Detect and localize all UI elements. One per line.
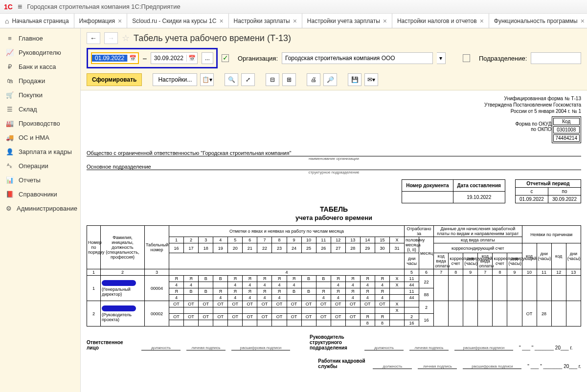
sub-input[interactable] <box>531 52 581 64</box>
content: ← → ☆ Табель учета рабочего времени (Т-1… <box>81 28 587 392</box>
sidebar-item[interactable]: ≡Главное <box>0 31 80 45</box>
tab-tax[interactable]: Настройки налогов и отчетов× <box>392 14 489 28</box>
sidebar-item[interactable]: 📕Справочники <box>0 187 80 201</box>
email-button[interactable]: ✉▾ <box>364 73 378 86</box>
sidebar-icon: 🏭 <box>6 120 14 127</box>
sidebar-icon: 🚚 <box>6 134 14 141</box>
sidebar-icon: 📊 <box>6 176 14 184</box>
tab-home[interactable]: ⌂ Начальная страница <box>0 14 74 28</box>
sidebar-item[interactable]: ☰Склад <box>0 102 80 116</box>
sidebar-icon: ☰ <box>6 106 14 113</box>
sidebar-item[interactable]: ⚙Администрирование <box>0 201 80 216</box>
sidebar-icon: ₽ <box>6 63 14 70</box>
sidebar-item[interactable]: 🚚ОС и НМА <box>0 131 80 145</box>
doc-meta-table: Номер документаДата составления 19.10.20… <box>402 179 505 203</box>
sidebar-icon: 🛍 <box>6 77 14 85</box>
org-dropdown-icon[interactable]: ▾ <box>437 52 446 64</box>
sub-label: Подразделение: <box>479 55 527 62</box>
tab-salary-acc[interactable]: Настройки учета зарплаты× <box>302 14 392 28</box>
sidebar-item[interactable]: ₽Банк и касса <box>0 60 80 74</box>
report-title: ТАБЕЛЬ <box>87 205 581 213</box>
back-button[interactable]: ← <box>87 32 100 44</box>
copy-settings-button[interactable]: 📋▾ <box>200 73 214 86</box>
period-highlight-box: 01.09.2022 📅 – 30.09.2022 📅 ... <box>87 48 218 68</box>
sidebar-item[interactable]: ᴬₖОперации <box>0 159 80 173</box>
settings-button[interactable]: Настройки... <box>153 73 197 86</box>
close-icon[interactable]: × <box>383 17 387 25</box>
subdivision-line: Основное подразделение <box>87 164 581 170</box>
home-icon: ⌂ <box>5 17 9 25</box>
sidebar-icon: 📈 <box>6 49 14 56</box>
org-input[interactable]: Городская строительная компания ООО <box>282 52 433 64</box>
logo-1c: 1C <box>4 3 13 11</box>
sidebar-item[interactable]: 📈Руководителю <box>0 45 80 60</box>
save-button[interactable]: 💾 <box>348 73 361 86</box>
sidebar-item[interactable]: 🛒Покупки <box>0 88 80 102</box>
print-button[interactable]: 🖨 <box>307 73 320 86</box>
sidebar-item[interactable]: 👤Зарплата и кадры <box>0 145 80 159</box>
org-name-line: Общество с ограниченной ответственностью… <box>87 150 581 156</box>
sidebar-item[interactable]: 📊Отчеты <box>0 173 80 187</box>
code-table: Код 0301008 74484214 <box>552 116 582 143</box>
forward-button[interactable]: → <box>104 32 118 44</box>
tabs-bar: ⌂ Начальная страница Информация× Scloud.… <box>0 14 587 28</box>
sidebar: ≡Главное📈Руководителю₽Банк и касса🛍Прода… <box>0 28 81 392</box>
sidebar-icon: 📕 <box>6 191 14 198</box>
tab-func[interactable]: Функциональность программы× <box>489 14 587 28</box>
app-title: Городская строительная компания 1С:Предп… <box>27 3 180 10</box>
report-area: Унифицированная форма № Т-13 Утверждена … <box>81 90 587 392</box>
timesheet-table: Номер по порядкуФамилия, инициалы, должн… <box>87 225 581 327</box>
close-icon[interactable]: × <box>293 17 297 25</box>
expand-all-button[interactable]: ⊞ <box>282 73 296 86</box>
find-button[interactable]: 🔍 <box>225 73 238 86</box>
preview-button[interactable]: 🔎 <box>323 73 337 86</box>
form-info: Унифицированная форма № Т-13 Утверждена … <box>87 95 581 114</box>
sidebar-icon: ≡ <box>6 35 14 42</box>
org-label: Организация: <box>238 55 278 62</box>
date-to-input[interactable]: 30.09.2022 📅 <box>151 52 198 64</box>
sidebar-icon: ᴬₖ <box>6 162 14 170</box>
period-table: Отчетный период спо 01.09.202230.09.2022 <box>515 179 581 203</box>
sub-checkbox[interactable] <box>463 54 470 62</box>
sidebar-item[interactable]: 🏭Производство <box>0 116 80 131</box>
favorite-icon[interactable]: ☆ <box>122 33 130 44</box>
close-icon[interactable]: × <box>480 17 484 25</box>
generate-button[interactable]: Сформировать <box>87 73 142 86</box>
calendar-icon[interactable]: 📅 <box>186 55 197 62</box>
page-title: Табель учета рабочего времени (Т-13) <box>134 33 291 44</box>
titlebar: 1C ≡ Городская строительная компания 1С:… <box>0 0 587 14</box>
sidebar-item[interactable]: 🛍Продажи <box>0 74 80 88</box>
report-subtitle: учета рабочего времени <box>87 214 581 221</box>
org-checkbox[interactable] <box>222 54 229 62</box>
date-from-input[interactable]: 01.09.2022 📅 <box>91 52 139 64</box>
close-icon[interactable]: × <box>219 17 223 25</box>
content-header: ← → ☆ Табель учета рабочего времени (Т-1… <box>81 28 587 90</box>
calendar-icon[interactable]: 📅 <box>127 55 138 62</box>
sidebar-icon: ⚙ <box>6 205 12 212</box>
close-icon[interactable]: × <box>118 17 122 25</box>
tab-salary-settings[interactable]: Настройки зарплаты× <box>229 14 302 28</box>
tab-scloud[interactable]: Scloud.ru - Скидки на курсы 1С× <box>127 14 228 28</box>
period-more-button[interactable]: ... <box>202 52 213 64</box>
expand-button[interactable]: ⤢ <box>241 73 255 86</box>
sidebar-icon: 🛒 <box>6 91 14 99</box>
collapse-button[interactable]: ⊟ <box>266 73 279 86</box>
close-icon[interactable]: × <box>581 17 585 25</box>
menu-icon[interactable]: ≡ <box>18 2 22 11</box>
sidebar-icon: 👤 <box>6 148 14 155</box>
tab-info[interactable]: Информация× <box>74 14 128 28</box>
